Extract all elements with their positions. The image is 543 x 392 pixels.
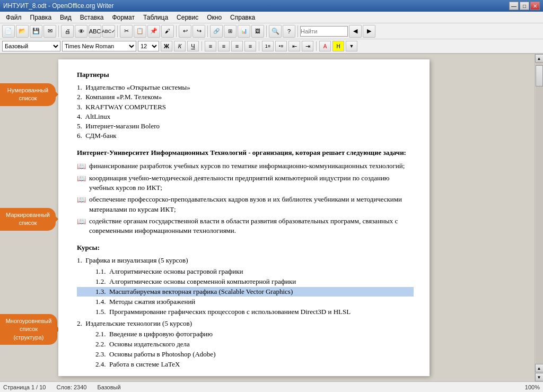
l2-item: 1.5. Программирование графических процес… [77, 307, 414, 317]
bold-button[interactable]: Ж [161, 41, 172, 51]
size-select[interactable]: 12 [138, 41, 159, 51]
bullet-icon: 📖 [77, 161, 86, 172]
l2-item: 2.3. Основы работы в Photoshop (Adobe) [77, 350, 414, 359]
bullet-icon: 📖 [77, 173, 86, 193]
redo-button[interactable]: ↪ [192, 25, 205, 38]
bullet-icon: 📖 [77, 216, 86, 236]
underline-button[interactable]: Ч [187, 41, 199, 51]
menu-help[interactable]: Справка [226, 12, 259, 23]
toolbar: 📄 📂 💾 ✉ 🖨 👁 ABC ABC✓ ✂ 📋 📌 🖌 ↩ ↪ 🔗 ⊞ 📊 🖼… [0, 23, 543, 39]
find-button[interactable]: 🔍 [269, 25, 282, 38]
doc-area: Нумерованныйсписок Маркированныйсписок М… [0, 54, 543, 381]
style-info: Базовый [97, 384, 120, 390]
l2-item: 2.4. Работа в системе LaTeX [77, 360, 414, 369]
new-button[interactable]: 📄 [2, 25, 15, 38]
scroll-up[interactable]: ▲ [535, 54, 544, 63]
more-btn[interactable]: ▼ [346, 41, 357, 51]
word-count: Слов: 2340 [56, 384, 86, 390]
window-title: ИНТУИТ_8.odt - OpenOffice.org Writer [3, 2, 114, 10]
l2-item-highlighted: 1.3. Масштабируемая векторная графика (S… [77, 287, 414, 297]
close-button[interactable]: ✕ [530, 2, 540, 10]
menu-format[interactable]: Формат [108, 12, 138, 23]
l2-item: 2.2. Основы издательского дела [77, 339, 414, 349]
scroll-down1[interactable]: ▲ [535, 364, 544, 372]
sep-format [202, 41, 202, 51]
l2-item: 1.4. Методы сжатия изображений [77, 297, 414, 307]
format-paint[interactable]: 🖌 [161, 25, 174, 38]
font-color-btn[interactable]: A [319, 41, 331, 51]
copy-button[interactable]: 📋 [134, 25, 146, 38]
list-item: 4. AltLinux [77, 112, 414, 121]
menu-window[interactable]: Окно [203, 12, 225, 23]
zoom-level: 100% [525, 384, 540, 390]
numbered-list-btn[interactable]: 1≡ [262, 41, 274, 51]
bullet-text: координация учебно-методической деятельн… [89, 173, 414, 193]
sep3 [176, 25, 177, 37]
align-justify[interactable]: ≡ [244, 41, 256, 51]
font-select[interactable]: Times New Roman [62, 41, 136, 51]
menu-tools[interactable]: Сервис [173, 12, 202, 23]
align-center[interactable]: ≡ [218, 41, 230, 51]
spell2-button[interactable]: ABC✓ [102, 25, 115, 38]
bullet-text: финансирование разработок учебных курсов… [89, 161, 405, 172]
image-button[interactable]: 🖼 [251, 25, 264, 38]
bullet-item: 📖 обеспечение профессорско-преподаватель… [77, 195, 414, 214]
l1-item: 1. Графика и визуализация (5 курсов) [77, 256, 414, 265]
italic-button[interactable]: К [174, 41, 186, 51]
l2-item: 1.2. Алгоритмические основы современной … [77, 277, 414, 286]
sep2 [117, 25, 118, 37]
l1-item: 2. Издательские технологии (5 курсов) [77, 319, 414, 328]
help-btn[interactable]: ? [283, 25, 295, 38]
chart-button[interactable]: 📊 [238, 25, 250, 38]
indent-btn[interactable]: ⇥ [302, 41, 313, 51]
preview-button[interactable]: 👁 [75, 25, 87, 38]
align-left[interactable]: ≡ [205, 41, 216, 51]
minimize-button[interactable]: — [509, 2, 519, 10]
bullet-item: 📖 содействие органам государственной вла… [77, 216, 414, 236]
list-item: 3. KRAFTWAY COMPUTERS [77, 102, 414, 112]
save-button[interactable]: 💾 [30, 25, 42, 38]
find-input[interactable] [300, 26, 348, 37]
scroll-down2[interactable]: ▼ [535, 373, 544, 381]
numbered-list: 1. Издательство «Открытые системы» 2. Ко… [77, 83, 414, 141]
list-item: 2. Компания «Р.М. Телеком» [77, 92, 414, 102]
paste-button[interactable]: 📌 [147, 25, 160, 38]
menu-file[interactable]: Файл [2, 12, 25, 23]
email-button[interactable]: ✉ [43, 25, 56, 38]
sep5 [266, 25, 267, 37]
highlight-btn[interactable]: H [332, 41, 344, 51]
menu-edit[interactable]: Правка [27, 12, 56, 23]
bullet-list-btn[interactable]: •≡ [275, 41, 287, 51]
l2-item: 2.1. Введение в цифровую фотографию [77, 329, 414, 339]
format-bar: Базовый Times New Roman 12 Ж К Ч ≡ ≡ ≡ ≡… [0, 39, 543, 54]
undo-button[interactable]: ↩ [179, 25, 191, 38]
cut-button[interactable]: ✂ [120, 25, 133, 38]
maximize-button[interactable]: □ [520, 2, 529, 10]
menu-insert[interactable]: Вставка [76, 12, 108, 23]
menu-view[interactable]: Вид [56, 12, 75, 23]
scroll-thumb[interactable] [536, 65, 543, 86]
style-select[interactable]: Базовый [2, 41, 60, 51]
label-multilevel: Многоуровневыйсписок(структура) [0, 314, 57, 345]
intuit-heading: Интернет-Университет Информационных Техн… [77, 148, 414, 158]
print-button[interactable]: 🖨 [61, 25, 74, 38]
scroll-bottom-arrows: ▲ ▼ [535, 364, 544, 381]
spell-button[interactable]: ABC [89, 25, 101, 38]
window-controls: — □ ✕ [509, 2, 540, 10]
table-button[interactable]: ⊞ [224, 25, 237, 38]
document-page: Партнеры 1. Издательство «Открытые систе… [58, 59, 430, 376]
align-right[interactable]: ≡ [231, 41, 243, 51]
open-button[interactable]: 📂 [16, 25, 29, 38]
section-courses: Курсы: 1. Графика и визуализация (5 курс… [77, 243, 414, 369]
menu-table[interactable]: Таблица [139, 12, 172, 23]
list-item: 1. Издательство «Открытые системы» [77, 83, 414, 92]
hyperlink-button[interactable]: 🔗 [210, 25, 223, 38]
courses-heading: Курсы: [77, 243, 414, 252]
find-next[interactable]: ▶ [363, 25, 375, 38]
section-intuit: Интернет-Университет Информационных Техн… [77, 148, 414, 236]
bullet-text: обеспечение профессорско-преподавательск… [89, 195, 414, 214]
list-item: 6. СДМ-банк [77, 131, 414, 141]
outdent-btn[interactable]: ⇤ [288, 41, 300, 51]
find-prev[interactable]: ◀ [349, 25, 362, 38]
sep-format2 [259, 41, 259, 51]
